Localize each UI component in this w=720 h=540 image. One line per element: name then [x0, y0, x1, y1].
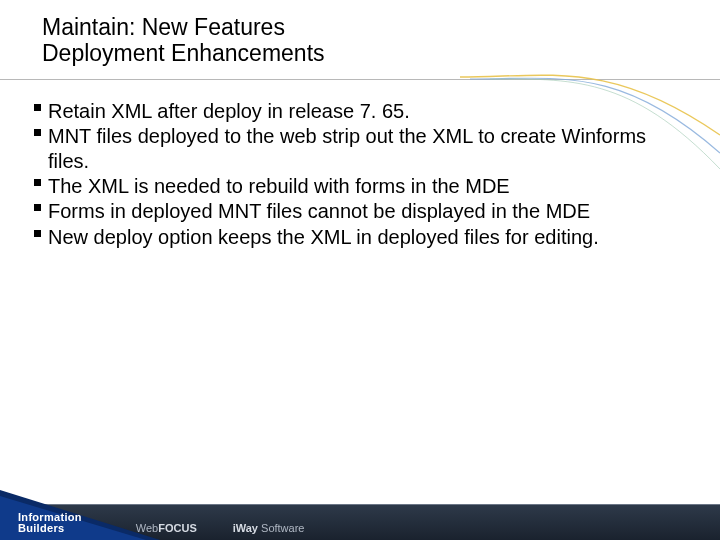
- list-item: New deploy option keeps the XML in deplo…: [34, 225, 686, 249]
- bullet-list: Retain XML after deploy in release 7. 65…: [34, 99, 686, 249]
- bullet-text: The XML is needed to rebuild with forms …: [48, 175, 510, 197]
- bullet-text: Retain XML after deploy in release 7. 65…: [48, 100, 410, 122]
- footer-logos: Information Builders WebFOCUS iWay Softw…: [18, 512, 304, 534]
- slide: Maintain: New Features Deployment Enhanc…: [0, 0, 720, 540]
- list-item: The XML is needed to rebuild with forms …: [34, 174, 686, 198]
- list-item: MNT files deployed to the web strip out …: [34, 124, 686, 173]
- list-item: Retain XML after deploy in release 7. 65…: [34, 99, 686, 123]
- bullet-text: MNT files deployed to the web strip out …: [48, 125, 646, 171]
- list-item: Forms in deployed MNT files cannot be di…: [34, 199, 686, 223]
- title-line-2: Deployment Enhancements: [42, 40, 325, 66]
- divider-line: [0, 79, 720, 80]
- bullet-text: New deploy option keeps the XML in deplo…: [48, 226, 599, 248]
- slide-footer: Information Builders WebFOCUS iWay Softw…: [0, 496, 720, 540]
- logo-iway-suffix: Software: [258, 522, 304, 534]
- logo-iway-software: iWay Software: [233, 522, 305, 534]
- logo-ib-line2: Builders: [18, 523, 82, 534]
- bullet-text: Forms in deployed MNT files cannot be di…: [48, 200, 590, 222]
- header-rule: [0, 75, 720, 99]
- logo-information-builders: Information Builders: [18, 512, 82, 534]
- slide-header: Maintain: New Features Deployment Enhanc…: [0, 0, 720, 73]
- slide-title: Maintain: New Features Deployment Enhanc…: [42, 14, 720, 67]
- title-line-1: Maintain: New Features: [42, 14, 285, 40]
- logo-iway-prefix: iWay: [233, 522, 258, 534]
- logo-webfocus-prefix: Web: [136, 522, 158, 534]
- logo-webfocus-suffix: FOCUS: [158, 522, 197, 534]
- logo-webfocus: WebFOCUS: [136, 522, 197, 534]
- slide-body: Retain XML after deploy in release 7. 65…: [0, 99, 720, 249]
